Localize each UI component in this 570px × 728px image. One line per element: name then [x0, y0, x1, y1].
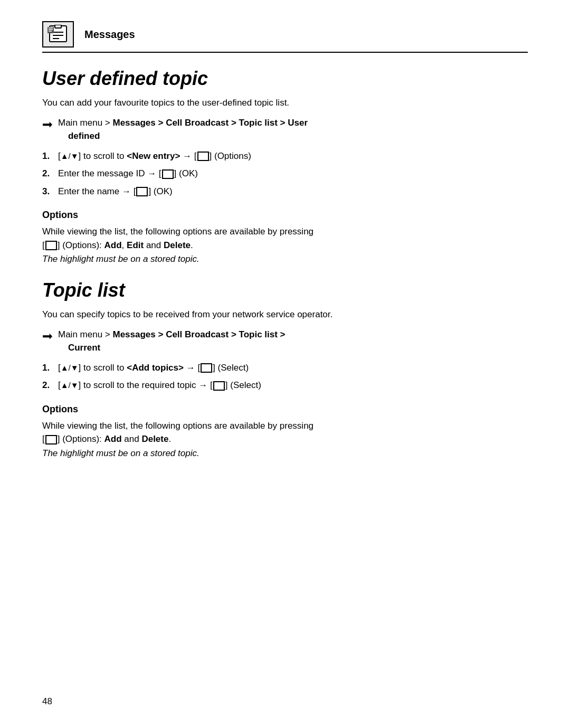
softkey-icon [201, 363, 212, 373]
section1-nav-text: Main menu > Messages > Cell Broadcast > … [58, 116, 308, 143]
list-item: 1. [▲/▼] to scroll to <New entry> → [ ] … [42, 149, 528, 163]
list-item: 3. Enter the name → [ ] (OK) [42, 185, 528, 198]
page-number: 48 [42, 696, 52, 707]
section1-options-text: While viewing the list, the following op… [42, 225, 528, 252]
section1-intro: You can add your favourite topics to the… [42, 96, 528, 110]
softkey-icon [197, 152, 209, 161]
section2-title: Topic list [42, 279, 528, 301]
list-item: 2. Enter the message ID → [ ] (OK) [42, 167, 528, 181]
updown-icon: ▲/▼ [61, 363, 79, 372]
softkey-icon [45, 435, 57, 445]
softkey-icon [45, 241, 57, 250]
softkey-icon [162, 169, 174, 179]
section2-options-title: Options [42, 404, 528, 415]
section1-steps: 1. [▲/▼] to scroll to <New entry> → [ ] … [42, 149, 528, 198]
section2-nav: ⮕ Main menu > Messages > Cell Broadcast … [42, 328, 528, 355]
nav-arrow-icon: ⮕ [42, 117, 54, 134]
softkey-icon [213, 381, 225, 391]
section2-steps: 1. [▲/▼] to scroll to <Add topics> → [ ]… [42, 361, 528, 392]
section1-note: The highlight must be on a stored topic. [42, 254, 528, 264]
page-header: Messages [42, 21, 528, 53]
section1-options-title: Options [42, 210, 528, 221]
list-item: 1. [▲/▼] to scroll to <Add topics> → [ ]… [42, 361, 528, 375]
softkey-icon [136, 187, 148, 196]
section1-title: User defined topic [42, 68, 528, 90]
updown-icon: ▲/▼ [61, 381, 79, 390]
svg-rect-1 [55, 25, 61, 28]
section1-nav: ⮕ Main menu > Messages > Cell Broadcast … [42, 116, 528, 143]
section2-options-text: While viewing the list, the following op… [42, 419, 528, 446]
messages-icon [42, 21, 74, 48]
nav-arrow-icon: ⮕ [42, 328, 54, 346]
header-title: Messages [84, 29, 135, 41]
updown-icon: ▲/▼ [61, 152, 79, 160]
section2-intro: You can specify topics to be received fr… [42, 308, 528, 322]
section2-nav-text: Main menu > Messages > Cell Broadcast > … [58, 328, 286, 355]
section2-note: The highlight must be on a stored topic. [42, 448, 528, 459]
list-item: 2. [▲/▼] to scroll to the required topic… [42, 379, 528, 392]
